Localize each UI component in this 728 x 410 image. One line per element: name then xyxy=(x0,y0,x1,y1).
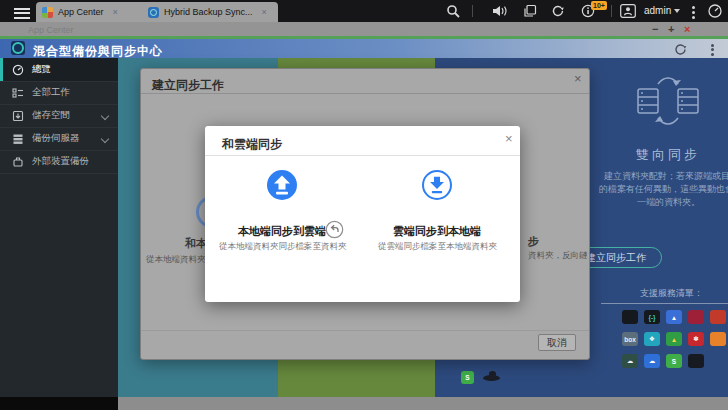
service-icon-google-drive: ▲ xyxy=(666,332,682,346)
tab-close-icon[interactable]: × xyxy=(113,7,118,17)
username: admin xyxy=(644,5,671,16)
supported-services-label: 支援服務清單： xyxy=(640,287,703,300)
volume-icon[interactable] xyxy=(492,5,508,17)
option-local-to-cloud[interactable]: 本地端同步到雲端 xyxy=(238,224,326,239)
chevron-down-icon xyxy=(101,112,109,120)
close-window-button[interactable]: × xyxy=(684,22,690,36)
service-icon-s-green: S xyxy=(666,354,682,368)
sidebar-item-label: 儲存空間 xyxy=(32,109,70,122)
tab-hybrid-backup-sync[interactable]: Hybrid Backup Sync... × xyxy=(142,2,278,22)
search-icon[interactable] xyxy=(446,4,460,18)
dialog-title: 和雲端同步 xyxy=(222,136,282,153)
service-icon-box: box xyxy=(622,332,638,346)
screen: App Center × Hybrid Backup Sync... × 10+… xyxy=(0,0,728,410)
maximize-button[interactable]: + xyxy=(668,22,674,36)
sidebar-item-storage[interactable]: 儲存空間 xyxy=(0,104,118,128)
divider xyxy=(205,155,520,156)
main-menu-icon[interactable] xyxy=(14,5,30,21)
refresh-icon[interactable] xyxy=(674,43,687,56)
sidebar-item-label: 總覽 xyxy=(32,63,51,76)
two-way-sync-desc-line: 一端的資料夾。 xyxy=(637,196,700,209)
service-icon-onedrive: ☁ xyxy=(644,354,660,368)
external-device-icon xyxy=(12,156,24,168)
divider xyxy=(611,5,612,17)
two-way-sync-desc-line: 的檔案有任何異動，這些異動也會同步至 xyxy=(599,183,728,196)
sidebar-item-label: 全部工作 xyxy=(32,86,70,99)
sidebar-item-all-jobs[interactable]: 全部工作 xyxy=(0,81,118,105)
app-center-favicon xyxy=(42,7,53,18)
service-icon-mountain: ▲ xyxy=(666,310,682,324)
tab-close-icon[interactable]: × xyxy=(262,7,267,17)
service-icon-orange xyxy=(710,332,726,346)
more-options-icon[interactable] xyxy=(692,4,695,21)
background-window-titlebar xyxy=(0,22,728,36)
server-icon xyxy=(12,133,24,145)
service-icon-dropbox: ❖ xyxy=(644,332,660,346)
close-icon[interactable]: × xyxy=(574,71,582,86)
chevron-down-icon xyxy=(674,9,680,13)
divider xyxy=(472,5,473,17)
storage-download-icon xyxy=(12,110,24,122)
partial-option-title: 和本 xyxy=(185,236,207,251)
dialog-title: 建立同步工作 xyxy=(152,77,224,94)
service-icon-darkred xyxy=(688,310,704,324)
sidebar-item-label: 備份伺服器 xyxy=(32,132,80,145)
gauge-icon xyxy=(12,64,24,76)
close-icon[interactable]: × xyxy=(505,131,513,146)
minimize-button[interactable]: − xyxy=(652,22,658,36)
sidebar-item-overview[interactable]: 總覽 xyxy=(0,58,118,82)
two-way-sync-desc-line: 建立資料夾配對；若來源端或目的端資料 xyxy=(604,170,728,183)
divider xyxy=(141,93,589,94)
sidebar-item-backup-server[interactable]: 備份伺服器 xyxy=(0,127,118,151)
service-icon-huawei: ✽ xyxy=(688,332,704,346)
sync-status-icon[interactable] xyxy=(551,4,565,18)
sidebar-item-external-device[interactable]: 外部裝置備份 xyxy=(0,150,118,174)
option-subtitle: 從雲端同步檔案至本地端資料夾 xyxy=(378,241,497,253)
divider xyxy=(601,303,728,304)
service-icon-saucer xyxy=(688,354,704,368)
chevron-down-icon xyxy=(101,135,109,143)
background-tasks-icon[interactable] xyxy=(523,4,537,18)
peek-service-icon-s: S xyxy=(461,371,474,384)
user-avatar[interactable] xyxy=(620,4,636,18)
dashboard-gauge-icon[interactable] xyxy=(707,3,723,19)
divider xyxy=(141,330,589,331)
two-way-sync-servers-icon xyxy=(636,74,700,126)
background-window-title: App Center xyxy=(28,25,74,35)
partial-option-title: 步 xyxy=(528,234,539,249)
cursor-return-icon xyxy=(325,220,344,239)
option-subtitle: 從本地端資料夾同步檔案至資料夾 xyxy=(219,241,347,253)
option-cloud-to-local[interactable]: 雲端同步到本地端 xyxy=(393,224,481,239)
service-icon-nas xyxy=(622,310,638,324)
notification-badge: 10+ xyxy=(591,1,607,10)
desktop-edge xyxy=(0,397,118,410)
background-window-bottom-bar xyxy=(118,397,728,410)
peek-service-icon-saucer-dome xyxy=(489,371,496,376)
cancel-button[interactable]: 取消 xyxy=(538,334,576,351)
upload-circle-icon[interactable] xyxy=(267,170,297,200)
sidebar-item-label: 外部裝置備份 xyxy=(32,155,89,168)
two-way-sync-title: 雙向同步 xyxy=(595,146,728,164)
tab-label: App Center xyxy=(58,7,104,17)
hbs-app-icon xyxy=(11,41,25,55)
download-circle-icon[interactable] xyxy=(422,170,452,200)
service-icon-brackets: {-} xyxy=(644,310,660,324)
list-icon xyxy=(12,87,24,99)
service-icon-flame xyxy=(710,310,726,324)
hbs-favicon xyxy=(148,7,159,18)
service-icon-cloud-dark: ☁ xyxy=(622,354,638,368)
partial-option-subtitle: 從本地端資料夾 xyxy=(146,254,206,266)
user-menu[interactable]: admin xyxy=(644,5,671,16)
partial-option-subtitle: 資料夾，反向鏈 xyxy=(528,250,588,262)
tab-label: Hybrid Backup Sync... xyxy=(164,7,253,17)
app-more-options-icon[interactable] xyxy=(711,42,714,57)
tab-app-center[interactable]: App Center × xyxy=(36,2,150,22)
